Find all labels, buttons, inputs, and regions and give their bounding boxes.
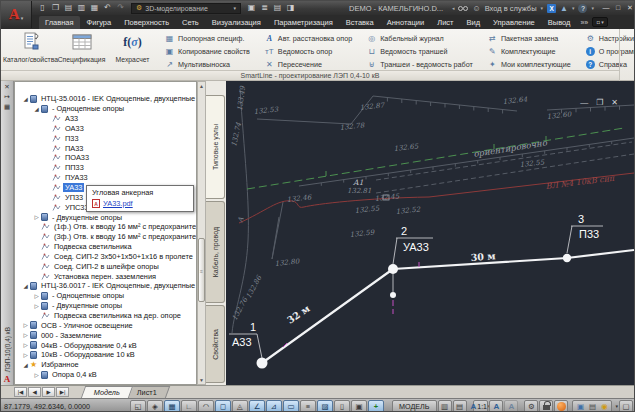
layers-icon[interactable]: ≣ — [259, 2, 270, 14]
sheet-set-icon[interactable]: ▤ — [272, 2, 283, 14]
prev-tab-button[interactable]: ◀ — [28, 387, 41, 397]
snap-mode-toggle[interactable]: ◈ — [147, 400, 163, 412]
tree-item[interactable]: ▷- Одноцепные опоры — [15, 291, 196, 301]
minimize-button[interactable]: — — [600, 4, 612, 12]
tree-item[interactable]: (1ф.) Отв. к вводу 16 мм² с предохраните — [15, 222, 196, 232]
ortho-mode-toggle[interactable]: ∟ — [181, 400, 197, 412]
tree-item[interactable]: Соед. СИП-2 в шлейфе опоры — [15, 261, 196, 271]
scroll-up-icon[interactable]: ▲ — [198, 82, 205, 90]
tree-item[interactable]: ▷Опора 0,4 кВ — [15, 370, 196, 380]
tray-drawing-icon[interactable]: ▤ — [586, 402, 598, 411]
catalog-button[interactable]: Каталог/свойства — [5, 30, 56, 70]
ribbon-tab-7[interactable]: Аннотации — [381, 16, 431, 29]
tree-item[interactable]: Соед. СИП-2 3х50+1х50+1х16 в пролете — [15, 252, 196, 262]
tree-expander-icon[interactable]: ▷ — [21, 352, 30, 358]
app-menu-button[interactable]: A ▾ — [1, 1, 32, 28]
palette-tab-0[interactable]: Типовые узлы — [206, 95, 225, 199]
tree-expander-icon[interactable]: ▷ — [21, 332, 30, 338]
new-file-icon[interactable]: ▯ — [37, 2, 48, 14]
trench-schedule-button[interactable]: ⊔Ведомость траншей — [366, 45, 473, 57]
settings-button[interactable]: ⚙Настройки — [585, 32, 635, 44]
first-tab-button[interactable]: |◀ — [14, 387, 27, 397]
mech-button[interactable]: f(σ)Мехрасчет — [107, 30, 158, 70]
ribbon-tab-8[interactable]: Лист — [431, 16, 459, 29]
viewport-close-icon[interactable]: ✕ — [611, 98, 618, 107]
layout-tab-0[interactable]: Модель — [81, 386, 133, 398]
quick-properties-toggle[interactable]: ▯ — [334, 400, 350, 412]
quick-view-layouts-button[interactable]: ▥ — [438, 400, 452, 412]
tree-item[interactable]: ▷ОСВ - Уличное освещение — [15, 320, 196, 330]
tree-item[interactable]: А33 — [15, 114, 196, 124]
tree-item[interactable]: ◢НТЦ-36.0017 - IEK Одноцепные, двухцепны… — [15, 281, 196, 291]
plot-icon[interactable]: ▦ — [89, 2, 100, 14]
save-icon[interactable]: ▤ — [63, 2, 74, 14]
palette-autohide-icon[interactable]: ↦ — [4, 93, 9, 103]
grid-display-toggle[interactable]: ▦ — [164, 400, 180, 412]
palette-close-icon[interactable]: ✕ — [4, 83, 9, 93]
next-tab-button[interactable]: ▶ — [42, 387, 55, 397]
annotation-scale-button[interactable]: A 1:1 ▾ — [473, 400, 489, 412]
drawing-canvas[interactable]: 133.49132.53132.87132.78132.74132.64132.… — [226, 81, 635, 385]
annotation-monitor-toggle[interactable]: + — [368, 400, 384, 412]
autodesk360-icon[interactable]: ▲ — [560, 4, 568, 13]
tree-expander-icon[interactable]: ▷ — [32, 214, 41, 220]
ribbon-tab-5[interactable]: Параметризация — [268, 16, 339, 29]
ribbon-tab-4[interactable]: Визуализация — [206, 16, 267, 29]
tray-plotter-icon[interactable]: ▣ — [574, 402, 586, 411]
collapse-arrow-icon[interactable]: ◂ — [452, 5, 455, 11]
object-snap-toggle[interactable]: ◻ — [215, 400, 231, 412]
ribbon-tab-9[interactable]: Вид — [461, 16, 487, 29]
tree-item[interactable]: ПУА33 — [15, 173, 196, 183]
tree-expander-icon[interactable]: ▷ — [32, 372, 41, 378]
tree-item[interactable]: ▷04кВ - Оборудование 0,4 кВ — [15, 340, 196, 350]
viewport-restore-icon[interactable]: ❐ — [596, 98, 603, 107]
save-as-icon[interactable]: ▥ — [76, 2, 87, 14]
tree-item[interactable]: ▷- Двухцепные опоры — [15, 212, 196, 222]
pole-schedule-button[interactable]: тТВедомость опор — [264, 45, 352, 57]
palette-tab-1[interactable]: Кабель, провод — [206, 201, 225, 303]
tree-expander-icon[interactable]: ◢ — [21, 283, 30, 289]
isolate-objects-icon[interactable] — [554, 400, 568, 412]
workspace-switcher[interactable]: ⚙ 3D-моделирование ▾ — [131, 3, 241, 14]
auto-place-poles-button[interactable]: AАвт. расстановка опор — [264, 32, 352, 44]
tray-bulb-icon[interactable]: ◉ — [598, 402, 610, 411]
object-snap-tracking-toggle[interactable]: ∠ — [249, 400, 265, 412]
properties-palette-icon[interactable]: ▣ — [246, 2, 257, 14]
spec-button[interactable]: Спецификация — [56, 30, 107, 70]
tree-item[interactable]: П33 — [15, 133, 196, 143]
ribbon-tab-0[interactable]: Главная — [39, 16, 80, 29]
scrollbar-thumb[interactable]: ≡ — [198, 238, 205, 302]
ui-lock-icon[interactable] — [539, 400, 553, 412]
render-icon[interactable]: ◨ — [285, 2, 296, 14]
tree-expander-icon[interactable]: ◢ — [21, 362, 30, 368]
polar-tracking-toggle[interactable]: ◠ — [198, 400, 214, 412]
search-icon[interactable] — [458, 6, 468, 11]
my-components-button[interactable]: ✦Мои комплектующие — [487, 58, 571, 70]
sign-in-button[interactable]: Вход в службы — [485, 4, 537, 13]
viewport-minimize-icon[interactable]: — — [580, 98, 588, 107]
exchange-apps-icon[interactable]: X — [547, 4, 556, 13]
tree-item[interactable]: ◢НТЦ-35.0016 - IEK Одноцепные, двухцепны… — [15, 94, 196, 104]
components-button[interactable]: ✎Комплектующие — [487, 45, 571, 57]
quick-view-drawings-button[interactable]: ▤ — [453, 400, 467, 412]
ribbon-tab-3[interactable]: Сеть — [176, 16, 205, 29]
tree-expander-icon[interactable]: ▷ — [32, 303, 41, 309]
dynamic-ucs-toggle[interactable]: ⊿ — [266, 400, 282, 412]
status-options-arrow[interactable]: ▾ — [615, 403, 618, 409]
help-button[interactable]: ?Справка — [585, 58, 635, 70]
selection-cycling-toggle[interactable]: ▣ — [351, 400, 367, 412]
scroll-down-icon[interactable]: ▼ — [198, 376, 205, 384]
open-file-icon[interactable]: ❒ — [50, 2, 61, 14]
tree-expander-icon[interactable]: ◢ — [21, 96, 30, 102]
close-button[interactable]: ✕ — [624, 4, 635, 12]
ribbon-overflow-icon[interactable]: »» — [577, 19, 591, 26]
annotation-visibility-button[interactable]: A — [489, 400, 503, 412]
tree-item[interactable]: ПОА33 — [15, 153, 196, 163]
ribbon-tab-11[interactable]: Вывод — [542, 16, 577, 29]
pdf-link[interactable]: УА33.pdf — [103, 199, 133, 208]
tree-expander-icon[interactable]: ▷ — [21, 342, 30, 348]
tree-item[interactable]: Установ­ка перен. заземления — [15, 271, 196, 281]
per-pole-spec-button[interactable]: ▦Поопорная специф. — [164, 32, 250, 44]
copy-props-button[interactable]: ▣Копирование свойств — [164, 45, 250, 57]
tree-item[interactable]: ◢★Избранное — [15, 360, 196, 370]
